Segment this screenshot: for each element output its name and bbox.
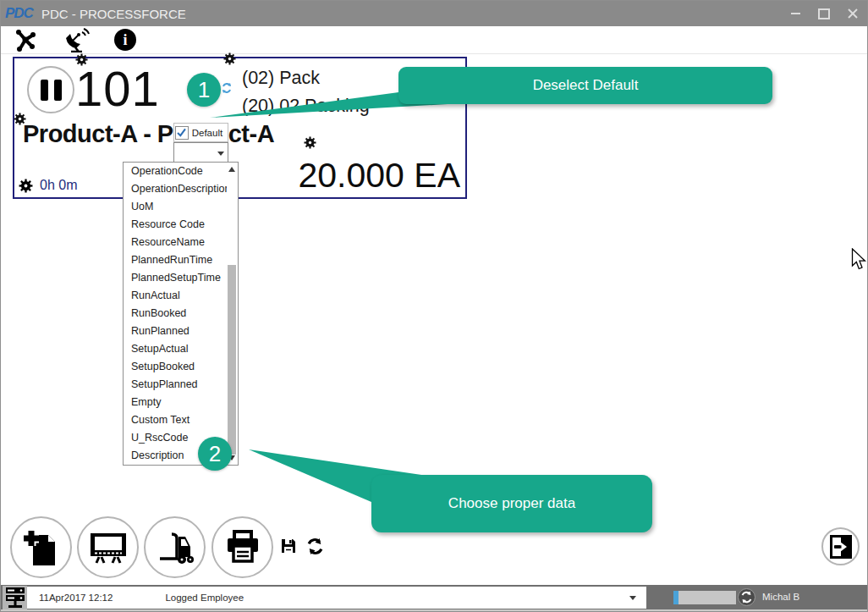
default-checkbox[interactable] [175,126,189,140]
dropdown-item[interactable]: OperationCode [124,163,238,180]
dropdown-item[interactable]: PlannedSetupTime [124,269,238,287]
dropdown-item[interactable]: SetupActual [124,340,238,358]
status-bar: 11Apr2017 12:12 Logged Employee Michal B [1,585,868,609]
new-document-icon [23,528,60,567]
info-icon: i [123,31,127,49]
refresh-button[interactable] [305,537,325,556]
order-number: 101 [75,60,160,117]
scroll-up-icon[interactable] [228,167,235,172]
dropdown-item[interactable]: Custom Text [124,411,238,429]
field-combobox[interactable] [173,142,228,163]
close-button[interactable] [838,1,867,26]
setup-time-value: 0h 0m [40,178,77,193]
maximize-button[interactable] [810,1,838,26]
step-2-badge: 2 [198,437,232,471]
exit-button[interactable] [821,527,860,565]
chevron-down-icon [217,152,224,156]
product-name-left: Product-A - P [23,120,173,148]
satellite-icon [63,27,91,52]
refresh-icon [738,588,755,606]
close-icon [848,8,858,19]
dropdown-item[interactable]: PlannedRunTime [124,251,238,269]
logged-employee-label: Logged Employee [165,593,244,603]
callout-label: Deselect Default [533,77,639,94]
display-button[interactable] [77,516,139,578]
progress-fill [673,591,678,604]
print-icon [224,530,261,565]
window-title: PDC - PROCESSFORCE [41,7,186,21]
progress-bar [673,591,736,604]
forklift-button[interactable] [144,516,206,578]
maximize-icon [818,8,830,19]
dropdown-item[interactable]: UoM [124,198,238,216]
info-button[interactable]: i [114,29,136,51]
config-gear-icon[interactable] [14,113,26,125]
default-checkbox-row: Default [173,123,228,142]
dropdown-item[interactable]: OperationDescription [124,180,238,198]
status-refresh-button[interactable] [738,588,755,609]
machine-parts-icon [13,27,38,52]
callout-choose-proper-data: Choose proper data [371,475,652,532]
default-checkbox-label: Default [192,128,222,138]
exit-icon [830,535,852,559]
minimize-icon [791,13,800,14]
refresh-icon [305,537,325,556]
dropdown-item[interactable]: RunBooked [124,305,238,323]
list-scrollbar[interactable] [227,163,237,464]
gear-icon [19,179,33,193]
status-datetime: 11Apr2017 12:12 [39,593,113,603]
config-gear-icon[interactable] [304,136,316,149]
config-gear-icon[interactable] [223,52,236,65]
window-controls [781,1,867,26]
pdc-logo: PDC [5,5,33,22]
callout-deselect-default: Deselect Default [398,67,772,104]
pause-button[interactable] [27,66,74,113]
pdc-window: PDC PDC - PROCESSFORCE [0,0,868,612]
save-icon [280,538,297,554]
checkmark-icon [176,127,187,138]
top-toolbar: i [1,26,867,54]
forklift-icon [157,530,194,565]
step-1-badge: 1 [187,73,221,107]
dropdown-item[interactable]: SetupBooked [124,358,238,376]
dropdown-item[interactable]: ResourceName [124,234,238,251]
mouse-cursor [851,248,866,271]
sync-icon[interactable] [221,82,233,94]
dropdown-item[interactable]: RunActual [124,287,238,305]
satellite-button[interactable] [63,27,91,52]
pause-icon [41,80,48,101]
chevron-down-icon[interactable] [629,596,636,600]
setup-time-row: 0h 0m [19,178,77,193]
print-button[interactable] [212,516,273,578]
operation-description: (20) 02 Packing [242,92,370,120]
quantity-value: 20.000 EA [299,156,461,196]
machine-config-button[interactable] [13,27,38,52]
config-gear-icon[interactable] [75,53,88,66]
server-connection-icon [3,586,27,609]
default-field-widget: Default [173,123,228,165]
minimize-button[interactable] [781,1,810,26]
dropdown-item[interactable]: RunPlanned [124,323,238,340]
logged-user-name: Michal B [762,592,799,602]
operation-code: (02) Pack [242,64,370,92]
scrollbar-thumb[interactable] [228,265,236,455]
title-bar: PDC PDC - PROCESSFORCE [1,1,867,26]
dropdown-item[interactable]: SetupPlanned [124,376,238,394]
display-icon [88,531,129,565]
dropdown-item[interactable]: Empty [124,394,238,411]
operation-info: (02) Pack (20) 02 Packing [242,64,370,120]
product-name-right: ct-A [228,120,274,148]
callout-label: Choose proper data [448,495,575,512]
new-document-button[interactable] [10,516,72,578]
dropdown-item[interactable]: Resource Code [124,216,238,234]
product-name-row: Product-A - P Default ct-A [23,120,274,165]
employee-combobox[interactable]: 11Apr2017 12:12 Logged Employee [27,587,646,609]
save-button[interactable] [280,538,297,554]
field-dropdown-list: OperationCode OperationDescription UoM R… [123,162,239,466]
